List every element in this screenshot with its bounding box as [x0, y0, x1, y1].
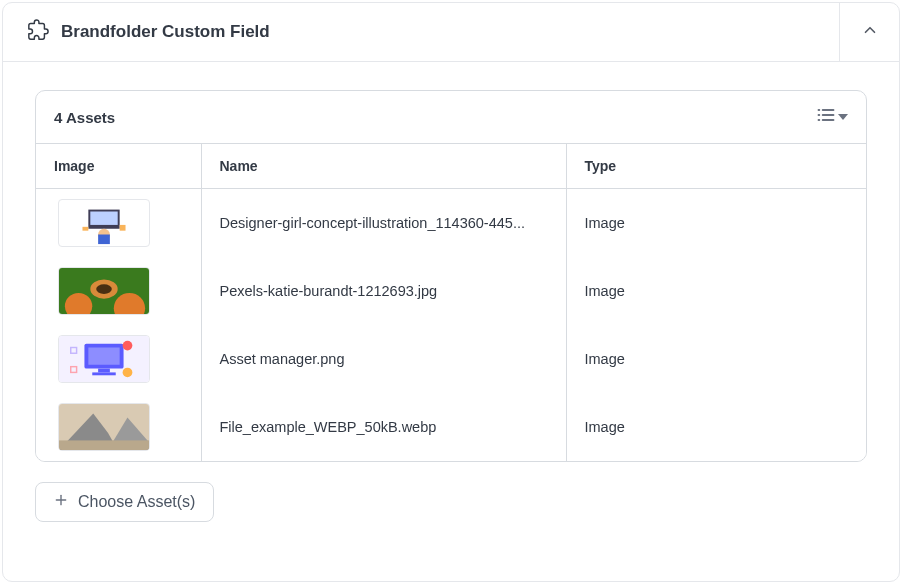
collapse-toggle[interactable]: [839, 3, 899, 61]
assets-table: Image Name Type: [36, 143, 866, 461]
cell-thumbnail: [36, 257, 201, 325]
cell-type: Image: [566, 393, 866, 461]
cell-thumbnail: [36, 325, 201, 393]
col-header-image: Image: [36, 144, 201, 189]
puzzle-icon: [27, 19, 49, 45]
cell-type: Image: [566, 325, 866, 393]
table-row[interactable]: File_example_WEBP_50kB.webp Image: [36, 393, 866, 461]
choose-asset-button[interactable]: Choose Asset(s): [35, 482, 214, 522]
asset-thumbnail: [58, 335, 150, 383]
svg-rect-9: [90, 212, 117, 225]
cell-type: Image: [566, 189, 866, 258]
cell-thumbnail: [36, 393, 201, 461]
asset-thumbnail: [58, 403, 150, 451]
view-mode-toggle[interactable]: [816, 105, 848, 129]
caret-down-icon: [838, 108, 848, 126]
svg-rect-22: [98, 369, 110, 373]
assets-card-header: 4 Assets: [36, 91, 866, 143]
asset-thumbnail: [58, 267, 150, 315]
svg-point-25: [123, 368, 133, 378]
list-icon: [816, 105, 836, 129]
cell-name: Asset manager.png: [201, 325, 566, 393]
cell-name: Pexels-katie-burandt-1212693.jpg: [201, 257, 566, 325]
svg-rect-11: [98, 235, 110, 245]
panel-header: Brandfolder Custom Field: [3, 3, 899, 62]
plus-icon: [54, 493, 68, 511]
col-header-type: Type: [566, 144, 866, 189]
svg-marker-6: [838, 114, 848, 120]
svg-point-24: [123, 341, 133, 351]
svg-rect-12: [82, 227, 88, 231]
assets-table-header-row: Image Name Type: [36, 144, 866, 189]
panel-title: Brandfolder Custom Field: [61, 22, 270, 42]
assets-card: 4 Assets: [35, 90, 867, 462]
cell-type: Image: [566, 257, 866, 325]
cell-thumbnail: [36, 189, 201, 258]
svg-point-18: [96, 284, 112, 294]
svg-rect-13: [120, 225, 126, 231]
table-row[interactable]: Asset manager.png Image: [36, 325, 866, 393]
table-row[interactable]: Pexels-katie-burandt-1212693.jpg Image: [36, 257, 866, 325]
asset-thumbnail: [58, 199, 150, 247]
svg-rect-21: [88, 348, 119, 365]
table-row[interactable]: Designer-girl-concept-illustration_11436…: [36, 189, 866, 258]
panel-body: 4 Assets: [3, 62, 899, 550]
custom-field-panel: Brandfolder Custom Field 4 Assets: [2, 2, 900, 582]
cell-name: File_example_WEBP_50kB.webp: [201, 393, 566, 461]
svg-rect-31: [59, 440, 149, 450]
svg-rect-23: [92, 372, 115, 375]
panel-header-left: Brandfolder Custom Field: [27, 19, 270, 45]
cell-name: Designer-girl-concept-illustration_11436…: [201, 189, 566, 258]
choose-asset-label: Choose Asset(s): [78, 493, 195, 511]
col-header-name: Name: [201, 144, 566, 189]
chevron-up-icon: [861, 21, 879, 43]
assets-count-label: 4 Assets: [54, 109, 115, 126]
